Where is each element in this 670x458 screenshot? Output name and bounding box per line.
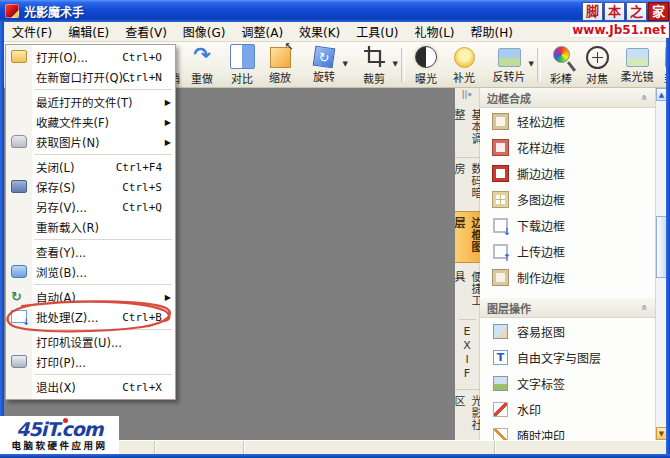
panel-item-torn-frame[interactable]: 撕边边框 (480, 160, 655, 186)
cutout-icon (493, 324, 508, 339)
scroll-down-icon[interactable]: ▼ (656, 427, 666, 440)
panel-item-free-text-layer[interactable]: T 自由文字与图层 (480, 344, 655, 370)
panel-item-watermark[interactable]: 水印 (480, 396, 655, 422)
menu-item-auto[interactable]: ↻ 自动(A) ▶ (6, 287, 175, 307)
menu-gift[interactable]: 礼物(L) (406, 21, 462, 42)
folder-icon (11, 50, 27, 63)
menu-edit[interactable]: 编辑(E) (60, 21, 117, 42)
browse-icon (11, 265, 27, 278)
app-logo-icon (5, 4, 19, 18)
menu-separator (34, 329, 172, 330)
color-wand-icon (553, 46, 570, 63)
scrollbar-thumb[interactable] (656, 216, 666, 278)
watermark-char: 家 (648, 2, 669, 21)
panel-item-multi-frame[interactable]: 多图边框 (480, 186, 655, 212)
site-watermark-boxes: 脚 本 之 家 (569, 2, 669, 21)
exposure-icon (415, 46, 437, 68)
soft-lens-button[interactable]: 柔光镜 (615, 44, 659, 86)
right-panel: ||» 基本调整 数码暗房 边框图层 便捷工具 EXIF 光影社区 边框合成 «… (455, 88, 666, 440)
panel-item-make-frame[interactable]: 制作边框 (480, 264, 655, 290)
multi-frame-icon (493, 192, 508, 207)
menu-separator (34, 239, 172, 240)
text-tag-icon (493, 376, 508, 391)
section-layer-ops[interactable]: 图层操作 « (480, 298, 655, 318)
menu-file[interactable]: 文件(F) (4, 21, 60, 42)
menubar: 文件(F) 编辑(E) 查看(V) 图像(G) 调整(A) 效果(K) 工具(U… (4, 22, 666, 42)
submenu-arrow-icon: ▶ (165, 138, 171, 147)
menu-item-browse[interactable]: 浏览(B)... (6, 262, 175, 282)
menu-item-close[interactable]: 关闭(L) Ctrl+F4 (6, 157, 175, 177)
color-wand-button[interactable]: 彩棒 (543, 44, 579, 86)
menu-item-open[interactable]: 打开(O)... Ctrl+O (6, 47, 175, 67)
menu-separator (34, 374, 172, 375)
text-layer-icon: T (493, 350, 508, 365)
fill-light-button[interactable]: 补光 (445, 44, 483, 86)
scroll-up-icon[interactable]: ▲ (656, 88, 666, 101)
panel-item-text-tag[interactable]: 文字标签 (480, 370, 655, 396)
redo-icon: ↷ (190, 44, 215, 69)
redo-button[interactable]: ↷ 重做 (181, 44, 223, 86)
collapse-section-icon[interactable]: « (638, 304, 651, 311)
menu-item-view[interactable]: 查看(Y)... (6, 242, 175, 262)
scanner-icon (11, 135, 27, 148)
crop-dropdown-icon[interactable]: ▼ (393, 60, 398, 68)
collapse-section-icon[interactable]: « (638, 94, 651, 101)
menu-item-save-as[interactable]: 另存(V)... Ctrl+Q (6, 197, 175, 217)
reversal-film-button[interactable]: 反转片 ▼ (483, 44, 535, 86)
refresh-icon: ↻ (11, 290, 27, 303)
file-menu: 打开(O)... Ctrl+O 在新窗口打开(Q)... Ctrl+N 最近打开… (5, 44, 176, 400)
menu-effects[interactable]: 效果(K) (291, 21, 348, 42)
rotate-dropdown-icon[interactable]: ▼ (343, 60, 348, 68)
crop-icon (362, 44, 387, 69)
window-border (0, 22, 4, 458)
compare-button[interactable]: 对比 (223, 44, 261, 86)
focus-icon (586, 46, 609, 69)
menu-adjust[interactable]: 调整(A) (233, 21, 291, 42)
exposure-button[interactable]: 曝光 (407, 44, 445, 86)
collapse-panel-icon[interactable]: ||» (462, 88, 472, 101)
menu-item-favorites-folder[interactable]: 收藏文件夹(F) ▶ (6, 112, 175, 132)
tab-exif[interactable]: EXIF (459, 319, 476, 386)
menu-help[interactable]: 帮助(H) (463, 21, 521, 42)
menu-item-exit[interactable]: 退出(X) Ctrl+X (6, 377, 175, 397)
menu-item-reload[interactable]: 重新载入(R) (6, 217, 175, 237)
toolbar-separator (401, 48, 405, 82)
panel-item-fancy-frame[interactable]: 花样边框 (480, 134, 655, 160)
panel-scrollbar[interactable]: ▲ ▼ (655, 88, 666, 440)
reversal-film-icon (498, 48, 521, 67)
crop-button[interactable]: 裁剪 ▼ (349, 44, 399, 86)
resize-button[interactable]: ↖ 缩放 (261, 44, 299, 86)
panel-item-easy-cutout[interactable]: 容易抠图 (480, 318, 655, 344)
status-cell (495, 441, 666, 454)
corner-arrow-icon: ↖ (284, 42, 293, 53)
panel-item-upload-frame[interactable]: ↑ 上传边框 (480, 238, 655, 264)
menu-image[interactable]: 图像(G) (175, 21, 234, 42)
beauty-button[interactable]: 美容 (659, 44, 666, 86)
menu-item-printer-setup[interactable]: 打印机设置(U)... (6, 332, 175, 352)
panel-item-easy-frame[interactable]: 轻松边框 (480, 108, 655, 134)
window-border (666, 22, 670, 458)
menu-item-open-new-window[interactable]: 在新窗口打开(Q)... Ctrl+N (6, 67, 175, 87)
menu-tools[interactable]: 工具(U) (348, 21, 406, 42)
watermark-tool-icon (493, 402, 508, 417)
menu-view[interactable]: 查看(V) (117, 21, 175, 42)
panel-item-print-anytime[interactable]: 随时冲印 (480, 422, 655, 440)
menu-separator (34, 89, 172, 90)
menu-item-acquire-image[interactable]: 获取图片(N) ▶ (6, 132, 175, 152)
menu-item-recent-files[interactable]: 最近打开的文件(T) ▶ (6, 92, 175, 112)
panel-item-download-frame[interactable]: ↓ 下载边框 (480, 212, 655, 238)
toolbar-separator (537, 48, 541, 82)
rotate-button[interactable]: ↻ 旋转 ▼ (299, 44, 349, 86)
side-tabstrip: ||» 基本调整 数码暗房 边框图层 便捷工具 EXIF 光影社区 (455, 88, 480, 440)
menu-item-batch-process[interactable]: ↓ 批处理(Z)... Ctrl+B (6, 307, 175, 327)
resize-icon: ↖ (270, 47, 291, 68)
reversal-film-dropdown-icon[interactable]: ▼ (529, 60, 534, 68)
menu-item-print[interactable]: 打印(P)... (6, 352, 175, 372)
print-anytime-icon (493, 428, 508, 441)
menu-item-save[interactable]: 保存(S) Ctrl+S (6, 177, 175, 197)
watermark-url: www.Jb51.net (569, 22, 669, 38)
section-frame-compose[interactable]: 边框合成 « (480, 88, 655, 108)
footer-logo-tagline: 电脑软硬件应用网 (11, 441, 107, 451)
focus-button[interactable]: 对焦 (579, 44, 615, 86)
make-frame-icon (493, 270, 508, 285)
